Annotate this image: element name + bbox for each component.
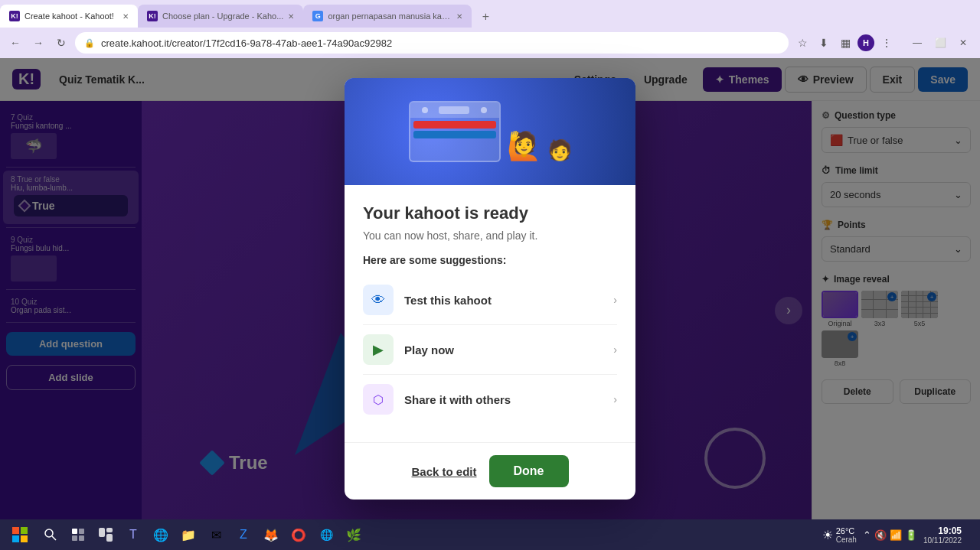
svg-rect-10 (72, 535, 77, 541)
suggestion-share[interactable]: ⬡ Share it with others › (363, 375, 617, 424)
explorer-button[interactable]: 📁 (178, 524, 199, 545)
svg-rect-12 (99, 528, 105, 537)
start-button[interactable] (6, 521, 34, 548)
weather-temp: 26°C (836, 526, 857, 535)
tab-3-favicon: G (312, 11, 323, 21)
tab-3-label: organ pernapasan manusia kart... (328, 11, 452, 21)
system-tray: ⌃ 🔇 📶 🔋 (863, 529, 917, 541)
window-controls: — ⬜ ✕ (906, 32, 974, 54)
svg-rect-2 (12, 527, 19, 534)
tab-3-close[interactable]: ✕ (456, 12, 462, 21)
tray-icon-2: 🔇 (874, 529, 887, 541)
tab-2-favicon: K! (147, 11, 158, 21)
hero-screen-top (410, 103, 499, 118)
app-extra-button[interactable]: 🌿 (343, 524, 364, 545)
mail-button[interactable]: ✉ (205, 524, 227, 545)
taskbar: T 🌐 📁 ✉ Z 🦊 ⭕ 🌐 🌿 ☀ 26°C Cerah ⌃ 🔇 📶 🔋 1… (0, 519, 980, 550)
svg-rect-5 (21, 535, 28, 542)
msedge-2-button[interactable]: 🦊 (260, 524, 282, 545)
teams-button[interactable]: T (122, 524, 144, 545)
hero-character-2: 🧑 (547, 138, 572, 162)
svg-rect-3 (21, 527, 28, 534)
test-arrow-icon: › (613, 294, 617, 306)
suggestions-heading: Here are some suggestions: (363, 254, 617, 266)
play-label: Play now (404, 343, 603, 356)
svg-rect-8 (72, 529, 77, 534)
svg-rect-4 (12, 535, 19, 542)
taskview-button[interactable] (67, 524, 89, 545)
address-bar: ← → ↻ 🔒 create.kahoot.it/creator/17f2cd1… (0, 28, 980, 58)
modal-subtitle: You can now host, share, and play it. (363, 229, 617, 242)
back-to-edit-button[interactable]: Back to edit (411, 465, 476, 478)
play-arrow-icon: › (613, 343, 617, 356)
weather-widget: ☀ 26°C Cerah (822, 526, 857, 544)
lock-icon: 🔒 (84, 38, 95, 48)
hero-bar-blue (413, 131, 496, 138)
url-bar[interactable]: 🔒 create.kahoot.it/creator/17f2cd16-9a78… (75, 32, 789, 54)
download-button[interactable]: ⬇ (815, 34, 833, 52)
svg-rect-13 (106, 528, 113, 532)
svg-point-6 (45, 529, 53, 537)
weather-desc: Cerah (836, 535, 857, 544)
hero-bar-red (413, 121, 496, 129)
tab-1-label: Create kahoot - Kahoot! (24, 11, 118, 21)
tab-2[interactable]: K! Choose plan - Upgrade - Kaho... ✕ (138, 5, 303, 28)
browser-chrome: K! Create kahoot - Kahoot! ✕ K! Choose p… (0, 0, 980, 58)
maximize-button[interactable]: ⬜ (929, 32, 951, 54)
hero-dot-1 (422, 107, 428, 113)
share-icon: ⬡ (363, 384, 394, 415)
modal-footer: Back to edit Done (345, 442, 635, 500)
clock-time: 19:05 (923, 526, 962, 536)
modal-dialog: 🙋 🧑 Your kahoot is ready You can now hos… (345, 78, 635, 500)
widgets-button[interactable] (95, 524, 116, 545)
tab-3[interactable]: G organ pernapasan manusia kart... ✕ (303, 5, 472, 28)
tab-1[interactable]: K! Create kahoot - Kahoot! ✕ (0, 5, 138, 28)
profile-button[interactable]: H (858, 34, 874, 51)
hero-screen-body (410, 118, 499, 161)
network-icon: 📶 (890, 529, 902, 541)
back-button[interactable]: ← (6, 34, 24, 52)
browser-actions: ☆ ⬇ ▦ H ⋮ (793, 34, 896, 52)
reload-button[interactable]: ↻ (52, 34, 70, 52)
tab-2-close[interactable]: ✕ (288, 12, 294, 21)
svg-rect-14 (106, 534, 113, 542)
weather-icon: ☀ (822, 528, 833, 542)
hero-illustration: 🙋 🧑 (409, 101, 572, 162)
modal-title: Your kahoot is ready (363, 203, 617, 223)
tray-icon-1: ⌃ (863, 529, 871, 541)
hero-character-1: 🙋 (507, 130, 541, 162)
share-label: Share it with others (404, 393, 603, 406)
done-button[interactable]: Done (489, 455, 569, 487)
suggestion-play[interactable]: ▶ Play now › (363, 325, 617, 375)
taskbar-clock: 19:05 10/11/2022 (923, 526, 962, 545)
star-button[interactable]: ☆ (793, 34, 812, 52)
zoom-button[interactable]: Z (233, 524, 254, 545)
battery-icon: 🔋 (905, 529, 917, 541)
url-text: create.kahoot.it/creator/17f2cd16-9a78-4… (101, 37, 779, 49)
share-arrow-icon: › (613, 393, 617, 405)
hero-dot-2 (481, 107, 487, 113)
forward-button[interactable]: → (29, 34, 47, 52)
more-options-button[interactable]: ⋮ (877, 34, 896, 52)
minimize-button[interactable]: — (906, 32, 928, 54)
close-window-button[interactable]: ✕ (952, 32, 974, 54)
tab-1-favicon: K! (9, 11, 20, 21)
badge-button[interactable]: 🌐 (315, 524, 337, 545)
hero-dot-main (439, 106, 469, 114)
svg-line-7 (52, 536, 56, 540)
modal-hero: 🙋 🧑 (345, 78, 635, 185)
new-tab-button[interactable]: + (475, 6, 496, 28)
tab-2-label: Choose plan - Upgrade - Kaho... (162, 11, 283, 21)
suggestion-test[interactable]: 👁 Test this kahoot › (363, 275, 617, 325)
search-taskbar-button[interactable] (40, 524, 61, 545)
test-icon: 👁 (363, 285, 394, 315)
tab-bar: K! Create kahoot - Kahoot! ✕ K! Choose p… (0, 0, 980, 28)
sidebar-toggle[interactable]: ▦ (836, 34, 854, 52)
svg-rect-9 (79, 529, 84, 534)
chrome-button[interactable]: ⭕ (288, 524, 309, 545)
tab-1-close[interactable]: ✕ (122, 12, 129, 21)
clock-date: 10/11/2022 (923, 536, 962, 545)
hero-screen (409, 101, 501, 162)
svg-rect-11 (79, 535, 84, 541)
edge-button[interactable]: 🌐 (150, 524, 172, 545)
